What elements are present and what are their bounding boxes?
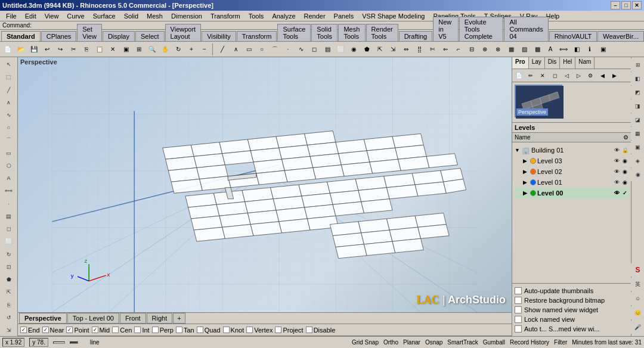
props-btn-new[interactable]: 📄	[513, 70, 524, 81]
menu-render[interactable]: Render	[301, 12, 329, 20]
layer-render-level-01[interactable]: ◉	[621, 179, 628, 185]
snap-perp-checkbox[interactable]	[152, 327, 159, 333]
tool-rectangle[interactable]: ▭	[2, 147, 16, 159]
tab-drafting[interactable]: Drafting	[399, 31, 433, 41]
main-viewport[interactable]: Perspective	[18, 57, 512, 312]
tool-plane[interactable]: ◻	[2, 223, 16, 235]
viewport-tab-front[interactable]: Front	[120, 313, 146, 324]
toolbar-properties[interactable]: ℹ	[583, 43, 596, 56]
toolbar-circle[interactable]: ○	[255, 43, 268, 56]
viewport-tab-top[interactable]: Top - Level 00	[67, 313, 119, 324]
toolbar-arc[interactable]: ⌒	[268, 43, 281, 56]
menu-curve[interactable]: Curve	[63, 12, 88, 20]
menu-dimension[interactable]: Dimension	[168, 12, 206, 20]
tool-rotate[interactable]: ↺	[2, 312, 16, 324]
layer-building-01[interactable]: ▼ 🏢 Building 01 👁 🔒	[515, 145, 628, 156]
toolbar-undo[interactable]: ↩	[41, 43, 54, 56]
toolbar-rect[interactable]: ▭	[242, 43, 255, 56]
tab-solid-tools[interactable]: Solid Tools	[311, 24, 338, 41]
layer-active-level-00[interactable]: ✓	[621, 190, 628, 196]
status-planar[interactable]: Planar	[403, 339, 420, 346]
maximize-button[interactable]: □	[621, 1, 631, 10]
toolbar-move[interactable]: ⇱	[373, 43, 386, 56]
layer-vis-level-01[interactable]: 👁	[613, 179, 620, 185]
snap-mid-checkbox[interactable]: ✓	[92, 327, 98, 333]
toolbar-curve[interactable]: ∿	[295, 43, 308, 56]
tool-extrude[interactable]: ⬜	[2, 235, 16, 247]
snap-vertex-checkbox[interactable]	[246, 327, 253, 333]
tool-polyline[interactable]: ∧	[2, 97, 16, 108]
auto-t-row[interactable]: Auto t... S...med view wi...	[515, 324, 628, 334]
snap-mid[interactable]: ✓ Mid	[92, 327, 110, 334]
tab-render-tools[interactable]: Render Tools	[366, 24, 398, 41]
props-btn-edit[interactable]: ✏	[525, 70, 536, 81]
snap-vertex[interactable]: Vertex	[246, 327, 273, 334]
snap-int-checkbox[interactable]	[134, 327, 141, 333]
tab-all-commands[interactable]: All Commands 04	[504, 17, 548, 41]
minimize-button[interactable]: –	[611, 1, 620, 10]
status-smarttrack[interactable]: SmartTrack	[447, 339, 478, 346]
toolbar-fillet[interactable]: ⌐	[452, 43, 465, 56]
status-osnap[interactable]: Osnap	[425, 339, 442, 346]
tool-line[interactable]: ╱	[2, 83, 16, 95]
props-btn-forward[interactable]: ▷	[573, 70, 584, 81]
show-widget-checkbox[interactable]	[515, 306, 522, 313]
tool-revolve[interactable]: ↻	[2, 248, 16, 260]
tool-text[interactable]: A	[2, 172, 16, 184]
toolbar-line[interactable]: ╱	[216, 43, 229, 56]
props-btn-options[interactable]: ⚙	[585, 70, 596, 81]
layer-level-01[interactable]: ▶ Level 01 👁 ◉	[515, 177, 628, 188]
toolbar-extrude[interactable]: ▤	[321, 43, 334, 56]
toolbar-save[interactable]: 💾	[27, 43, 41, 56]
show-widget-row[interactable]: Show named view widget	[515, 305, 628, 315]
snap-cen-checkbox[interactable]	[112, 327, 119, 333]
toolbar-sphere[interactable]: ◉	[347, 43, 360, 56]
tab-mesh-tools[interactable]: Mesh Tools	[338, 24, 365, 41]
toolbar-render-mesh[interactable]: ▣	[596, 43, 609, 56]
snap-cen[interactable]: Cen	[112, 327, 132, 334]
status-record[interactable]: Record History	[510, 339, 549, 346]
toolbar-offset[interactable]: ⊟	[465, 43, 478, 56]
tab-viewport-layout[interactable]: Viewport Layout	[165, 24, 202, 41]
tray-mic[interactable]: 🎤	[631, 321, 645, 334]
sidebar-right-2[interactable]: ◧	[631, 72, 645, 85]
toolbar-hatch[interactable]: ▩	[531, 43, 544, 56]
tab-display[interactable]: Display	[103, 31, 135, 41]
toolbar-select-all[interactable]: ▣	[119, 43, 132, 56]
view-thumbnail-perspective[interactable]: Perspective	[515, 85, 562, 117]
snap-point[interactable]: ✓ Point	[66, 327, 89, 334]
tool-window-select[interactable]: ⬚	[2, 71, 16, 83]
snap-near-checkbox[interactable]: ✓	[42, 327, 49, 333]
toolbar-polyline[interactable]: ∧	[229, 43, 242, 56]
toolbar-text[interactable]: A	[544, 43, 557, 56]
sidebar-right-6[interactable]: ▦	[631, 127, 645, 140]
props-btn-back[interactable]: ◁	[561, 70, 572, 81]
menu-edit[interactable]: Edit	[21, 12, 40, 20]
menu-solid[interactable]: Solid	[120, 12, 142, 20]
layer-vis-level-00[interactable]: 👁	[613, 190, 620, 196]
snap-quad[interactable]: Quad	[197, 327, 221, 334]
toolbar-surface-from-curve[interactable]: ◻	[308, 43, 321, 56]
lock-view-row[interactable]: Lock named view	[515, 315, 628, 324]
expand-building-01[interactable]: ▼	[515, 147, 521, 153]
toolbar-cut[interactable]: ✂	[67, 43, 80, 56]
sidebar-right-8[interactable]: ◈	[631, 154, 645, 167]
snap-project[interactable]: Project	[275, 327, 303, 334]
tool-select[interactable]: ↖	[2, 58, 16, 70]
snap-disable[interactable]: Disable	[306, 327, 336, 334]
tray-smiley[interactable]: 😊	[631, 306, 645, 319]
tool-arc[interactable]: ⌒	[2, 134, 16, 146]
close-button[interactable]: ✕	[632, 1, 642, 10]
menu-view[interactable]: View	[41, 12, 63, 20]
layer-lock-building-01[interactable]: 🔒	[621, 147, 628, 153]
tab-new-v5[interactable]: New in V5	[433, 17, 459, 41]
tool-mesh-from-surface[interactable]: ▤	[2, 210, 16, 222]
expand-level-02[interactable]: ▶	[523, 169, 529, 175]
toolbar-join[interactable]: ⊕	[478, 43, 491, 56]
restore-bg-row[interactable]: Restore background bitmap	[515, 296, 628, 305]
menu-vsr[interactable]: VSR Shape Modeling	[358, 12, 428, 20]
toolbar-redo[interactable]: ↪	[54, 43, 67, 56]
menu-analyze[interactable]: Analyze	[268, 12, 299, 20]
toolbar-delete[interactable]: ✕	[106, 43, 119, 56]
status-gumball[interactable]: Gumball	[483, 339, 505, 346]
